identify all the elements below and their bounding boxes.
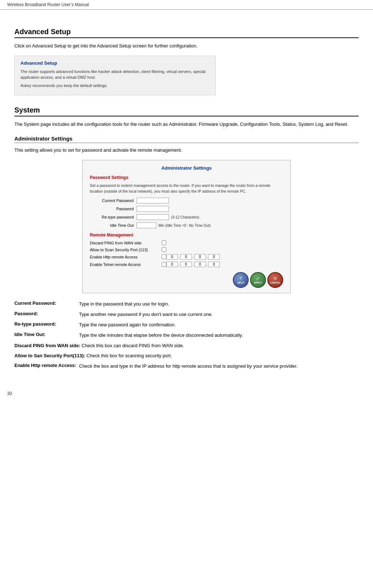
apply-button[interactable]: ✓ APPLY [250, 272, 266, 288]
page-header: Wireless Broadband Router User’s Manual [0, 0, 373, 10]
scan-security-row: Allow to Scan Security Port (113) [90, 247, 283, 252]
action-buttons: ? HELP ✓ APPLY ✕ CANCEL [90, 272, 283, 288]
desc-retype-password-term: Re-type password: [14, 321, 79, 329]
telnet-access-row: Enable Telnet remote Access . . . [90, 262, 283, 267]
system-title: System [14, 106, 359, 116]
desc-idle-timeout: Idle Time Out: Type the idle minutes tha… [14, 332, 359, 339]
help-button[interactable]: ? HELP [233, 272, 249, 288]
telnet-access-checkbox[interactable] [162, 262, 166, 267]
discard-ping-label: Discard PING from WAN side [90, 241, 162, 245]
http-ip-3[interactable] [194, 254, 206, 259]
idle-timeout-label: Idle Time Out [90, 223, 137, 228]
http-ip-4[interactable] [208, 254, 220, 259]
desc-retype-password: Re-type password: Type the new password … [14, 321, 359, 329]
idle-timeout-row: Idle Time Out Min (Idle Time =0 : No Tim… [90, 222, 283, 228]
desc-http-access-def: Check the box and type in the IP address… [79, 363, 359, 370]
current-password-label: Current Password [90, 198, 137, 203]
desc-idle-timeout-term: Idle Time Out: [14, 332, 79, 339]
retype-password-input[interactable] [137, 214, 169, 220]
password-section-label: Password Settings [90, 175, 283, 180]
desc-scan-security-term: Allow to San Security Port(113): [14, 353, 87, 358]
discard-ping-row: Discard PING from WAN side [90, 240, 283, 245]
description-list: Current Password: Type in the password t… [14, 300, 359, 370]
password-row: Password [90, 206, 283, 212]
admin-ui-title: Administrator Settings [90, 165, 283, 171]
admin-ui-box: Administrator Settings Password Settings… [82, 160, 291, 294]
desc-current-password: Current Password: Type in the password t… [14, 300, 359, 308]
cancel-button-label: CANCEL [270, 281, 280, 284]
password-desc: Set a password to restrict management ac… [90, 183, 283, 194]
page-number: 30 [0, 387, 373, 400]
retype-password-label: Re-type password [90, 215, 137, 219]
http-ip-1[interactable] [166, 254, 178, 259]
apply-button-label: APPLY [254, 281, 262, 284]
scan-security-checkbox[interactable] [162, 247, 166, 252]
telnet-ip-1[interactable] [166, 262, 178, 267]
discard-ping-checkbox[interactable] [162, 240, 166, 245]
admin-settings-title: Administrator Settings [14, 135, 359, 143]
apply-icon: ✓ [256, 276, 260, 281]
system-description: The System page includes all the configu… [14, 121, 359, 128]
desc-discard-ping-term: Discard PING from WAN side: [14, 343, 82, 348]
advanced-setup-title: Advanced Setup [14, 28, 359, 38]
advanced-setup-ui-title: Advanced Setup [20, 60, 209, 66]
advanced-setup-ui-desc2: Askey recommends you keep the default se… [20, 83, 209, 89]
remote-management-section: Remote Management Discard PING from WAN … [90, 233, 283, 267]
header-title: Wireless Broadband Router User’s Manual [7, 2, 89, 7]
desc-retype-password-def: Type the new password again for confirma… [79, 321, 359, 329]
current-password-input[interactable] [137, 198, 169, 203]
page-content: Advanced Setup Click on Advanced Setup t… [0, 10, 373, 387]
http-access-checkbox[interactable] [162, 254, 166, 259]
help-icon: ? [240, 276, 242, 281]
advanced-setup-ui-desc1: The router supports advanced functions l… [20, 69, 209, 81]
desc-scan-security-def: Check this box for scanning security por… [87, 353, 172, 358]
retype-hint: (3-12 Characters) [171, 215, 199, 219]
desc-password-def: Type another new password if you don't w… [79, 311, 359, 318]
desc-scan-security: Allow to San Security Port(113): Check t… [14, 352, 359, 360]
http-access-row: Enable Http remote Access . . . [90, 254, 283, 259]
help-button-label: HELP [238, 281, 244, 284]
scan-security-label: Allow to Scan Security Port (113) [90, 248, 162, 252]
telnet-ip-4[interactable] [208, 262, 220, 267]
http-ip-inputs: . . . [166, 254, 220, 259]
cancel-button[interactable]: ✕ CANCEL [267, 272, 283, 288]
password-label: Password [90, 207, 137, 211]
desc-discard-ping-def: Check this box can discard PING from WAN… [82, 343, 184, 348]
desc-http-access: Enable Http remote Access: Check the box… [14, 363, 359, 370]
telnet-ip-2[interactable] [180, 262, 192, 267]
telnet-ip-inputs: . . . [166, 262, 220, 267]
http-ip-2[interactable] [180, 254, 192, 259]
desc-current-password-term: Current Password: [14, 300, 79, 308]
advanced-setup-ui-box: Advanced Setup The router supports advan… [14, 56, 216, 96]
desc-current-password-def: Type in the password that you use for lo… [79, 300, 359, 308]
advanced-setup-description: Click on Advanced Setup to get into the … [14, 42, 359, 50]
http-access-label: Enable Http remote Access [90, 255, 162, 259]
telnet-access-label: Enable Telnet remote Access [90, 262, 162, 267]
desc-password-term: Password: [14, 311, 79, 318]
desc-discard-ping: Discard PING from WAN side: Check this b… [14, 342, 359, 350]
desc-idle-timeout-def: Type the idle minutes that elapse before… [79, 332, 359, 339]
desc-http-access-term: Enable Http remote Access: [14, 363, 79, 370]
password-input[interactable] [137, 206, 169, 212]
idle-timeout-input[interactable] [137, 222, 156, 228]
cancel-icon: ✕ [273, 276, 277, 281]
retype-password-row: Re-type password (3-12 Characters) [90, 214, 283, 220]
remote-section-label: Remote Management [90, 233, 283, 238]
admin-settings-description: This setting allows you to set for passw… [14, 147, 359, 154]
idle-timeout-hint: Min (Idle Time =0 : No Time Out) [158, 224, 211, 228]
desc-password: Password: Type another new password if y… [14, 311, 359, 318]
current-password-row: Current Password [90, 198, 283, 203]
telnet-ip-3[interactable] [194, 262, 206, 267]
